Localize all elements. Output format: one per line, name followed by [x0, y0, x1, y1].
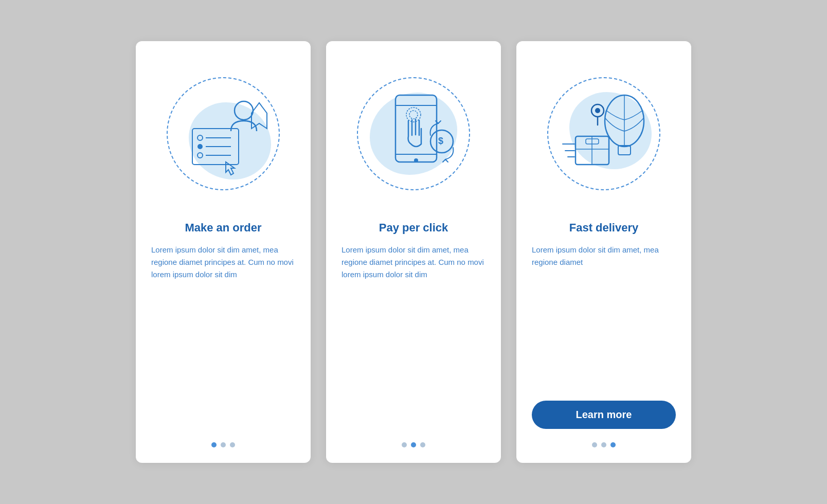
dot-3-2[interactable] [601, 442, 606, 447]
dots-3 [592, 437, 616, 447]
learn-more-button[interactable]: Learn more [532, 401, 676, 429]
svg-point-22 [595, 108, 600, 113]
cards-container: Make an order Lorem ipsum dolor sit dim … [115, 21, 712, 483]
card-bottom-2 [341, 437, 486, 447]
card-text-make-an-order: Lorem ipsum dolor sit dim amet, mea regi… [151, 244, 295, 425]
dot-2-1[interactable] [402, 442, 407, 447]
card-text-pay-per-click: Lorem ipsum dolor sit dim amet, mea regi… [341, 244, 486, 425]
card-title-pay-per-click: Pay per click [379, 221, 448, 235]
illustration-pay-per-click: $ [347, 62, 480, 206]
dot-3-1[interactable] [592, 442, 597, 447]
illustration-make-an-order [156, 62, 290, 206]
svg-point-2 [197, 135, 203, 140]
svg-point-0 [235, 101, 253, 120]
card-title-fast-delivery: Fast delivery [569, 221, 639, 235]
dot-3-3[interactable] [610, 442, 616, 447]
dot-2-3[interactable] [420, 442, 425, 447]
card-fast-delivery: Fast delivery Lorem ipsum dolor sit dim … [516, 41, 691, 463]
dot-1-2[interactable] [221, 442, 226, 447]
card-text-fast-delivery: Lorem ipsum dolor sit dim amet, mea regi… [532, 244, 676, 388]
svg-point-12 [409, 111, 418, 119]
delivery-icon [550, 80, 658, 188]
card-bottom-1 [151, 437, 295, 447]
dot-1-1[interactable] [211, 442, 217, 447]
pay-icon: $ [362, 80, 465, 188]
card-make-an-order: Make an order Lorem ipsum dolor sit dim … [136, 41, 311, 463]
svg-text:$: $ [438, 136, 443, 146]
dot-2-2[interactable] [411, 442, 416, 447]
svg-point-4 [197, 144, 203, 149]
order-icon [172, 82, 275, 185]
svg-point-13 [406, 107, 421, 122]
card-bottom-3: Learn more [532, 401, 676, 447]
svg-point-11 [414, 158, 418, 163]
card-title-make-an-order: Make an order [185, 221, 261, 235]
svg-point-6 [197, 153, 203, 158]
dots-2 [402, 437, 425, 447]
dots-1 [211, 437, 235, 447]
dot-1-3[interactable] [230, 442, 235, 447]
illustration-fast-delivery [537, 62, 671, 206]
card-pay-per-click: $ Pay per click Lorem ipsum dolor sit di… [326, 41, 501, 463]
